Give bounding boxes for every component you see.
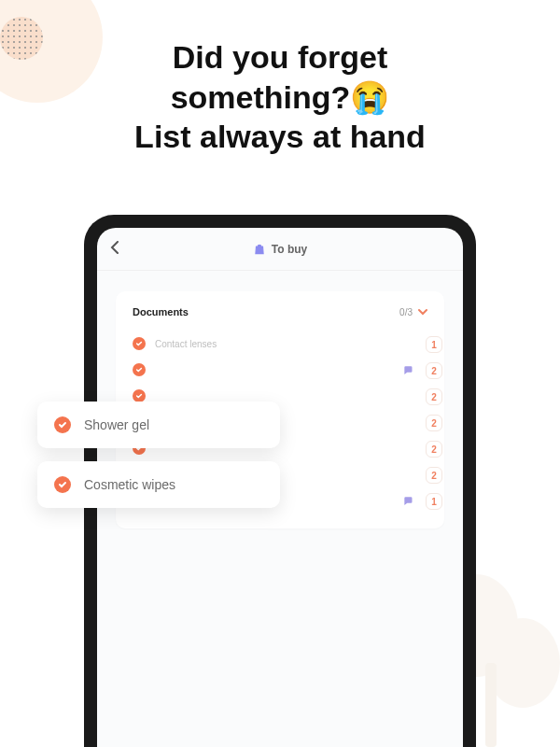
section-count: 0/3	[399, 307, 427, 317]
floating-card-label: Shower gel	[84, 417, 149, 432]
section-header[interactable]: Documents 0/3	[133, 306, 427, 317]
chevron-down-icon[interactable]	[418, 307, 427, 317]
header-title-text: To buy	[272, 243, 307, 256]
count-badge: 2	[426, 467, 442, 484]
chat-icon[interactable]	[401, 363, 416, 378]
list-item[interactable]	[133, 357, 427, 383]
count-badge: 2	[426, 441, 442, 458]
count-badge: 1	[426, 493, 442, 510]
floating-card[interactable]: Shower gel	[37, 402, 280, 448]
headline-line2: something?	[171, 79, 351, 115]
count-badge: 2	[426, 388, 442, 405]
section-title: Documents	[133, 306, 189, 317]
promo-headline: Did you forget something?😭 List always a…	[19, 37, 541, 157]
chat-icon[interactable]	[401, 494, 416, 509]
badge-row: 2	[422, 388, 442, 405]
floating-card[interactable]: Cosmetic wipes	[37, 461, 280, 508]
check-icon[interactable]	[133, 363, 146, 376]
badge-row: 2	[422, 467, 442, 484]
back-button[interactable]	[110, 241, 119, 258]
count-badge: 2	[426, 362, 442, 379]
app-header: To buy	[97, 228, 463, 271]
headline-line1: Did you forget	[173, 39, 387, 75]
check-icon[interactable]	[54, 416, 71, 433]
check-icon[interactable]	[133, 389, 146, 402]
badge-row: 2	[422, 441, 442, 458]
check-icon[interactable]	[54, 476, 71, 493]
headline-line3: List always at hand	[134, 119, 426, 154]
floating-card-label: Cosmetic wipes	[84, 477, 175, 492]
item-label: Contact lenses	[155, 339, 427, 349]
header-title: To buy	[253, 243, 307, 256]
count-badge: 1	[426, 336, 442, 353]
check-icon[interactable]	[133, 337, 146, 350]
count-badge: 2	[426, 415, 442, 431]
badge-row: 1	[422, 336, 442, 353]
crying-emoji: 😭	[350, 79, 389, 115]
list-item[interactable]: Contact lenses	[133, 331, 427, 357]
shopping-bag-icon	[253, 243, 266, 256]
floating-cards: Shower gel Cosmetic wipes	[37, 402, 280, 508]
badge-column: 1222221	[401, 336, 442, 510]
badge-row: 2	[422, 415, 442, 431]
badge-row: 2	[401, 362, 442, 379]
badge-row: 1	[401, 493, 442, 510]
svg-rect-2	[485, 663, 497, 747]
